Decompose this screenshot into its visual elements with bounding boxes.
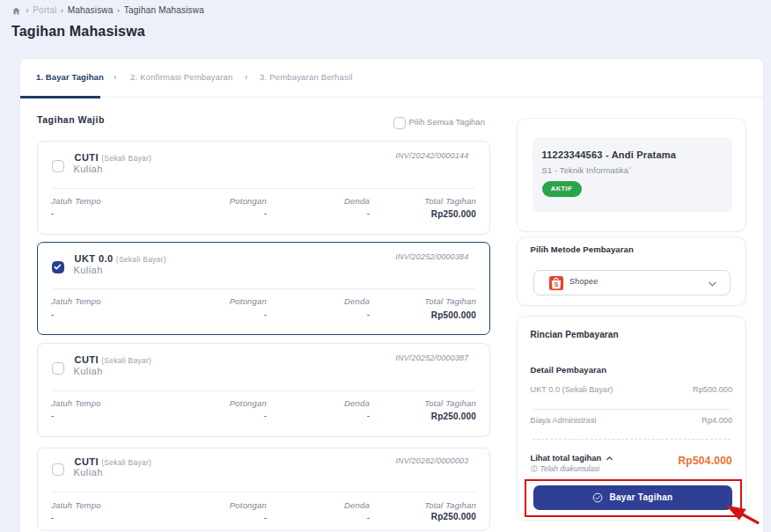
svg-text:S: S bbox=[554, 281, 559, 288]
